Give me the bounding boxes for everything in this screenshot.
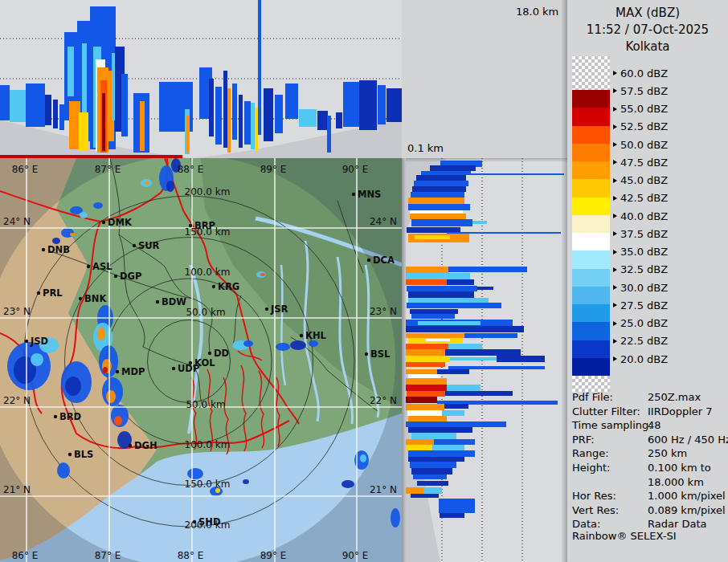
info-value: 250Z.max xyxy=(648,391,701,403)
radar-map-panel[interactable]: 86° E86° E87° E87° E88° E88° E89° E89° E… xyxy=(0,158,402,562)
rain-echo xyxy=(52,238,60,244)
echo-column xyxy=(258,0,261,135)
echo-column xyxy=(359,80,377,130)
echo-column xyxy=(336,112,342,128)
latitude-label: 24° N xyxy=(370,216,397,227)
scale-band xyxy=(572,161,610,179)
echo-row xyxy=(450,173,564,175)
city-label: BRP xyxy=(194,220,215,231)
echo-row xyxy=(406,349,445,356)
scale-label: 37.5 dBZ xyxy=(613,227,668,240)
info-row: Clutter Filter:IIRDoppler 7 xyxy=(572,405,726,417)
ns-cross-section-panel[interactable] xyxy=(406,158,567,562)
city-dot xyxy=(116,370,119,373)
echo-row xyxy=(472,221,487,224)
rain-echo xyxy=(145,181,149,185)
city-label: UDP xyxy=(178,363,199,374)
echo-row xyxy=(432,445,464,450)
echo-column xyxy=(140,101,145,151)
echo-column xyxy=(82,43,87,112)
echo-column xyxy=(232,83,237,140)
latitude-label: 21° N xyxy=(370,484,397,495)
radar-app-window: 86° E86° E87° E87° E88° E88° E89° E89° E… xyxy=(0,0,728,562)
echo-row xyxy=(408,298,489,303)
echo-row xyxy=(447,279,474,285)
rain-echo xyxy=(103,367,108,373)
scale-band xyxy=(572,108,610,125)
ew-cross-section-canvas xyxy=(0,0,402,158)
echo-row xyxy=(408,374,440,378)
echo-column xyxy=(67,47,74,96)
echo-column xyxy=(244,101,251,145)
echo-column xyxy=(102,93,105,151)
longitude-label: 87° E xyxy=(95,550,121,561)
rain-echo xyxy=(166,181,174,192)
info-label: Hor Res: xyxy=(572,490,616,502)
scale-label-text: 22.5 dBZ xyxy=(620,335,668,347)
range-ring-label: 200.0 km xyxy=(185,186,231,198)
scale-band xyxy=(572,269,610,287)
echo-column xyxy=(285,83,298,119)
scale-label-text: 47.5 dBZ xyxy=(620,157,668,169)
echo-row xyxy=(447,232,561,234)
rain-echo xyxy=(360,454,366,462)
ew-cross-section-panel[interactable] xyxy=(0,0,402,158)
echo-row xyxy=(437,369,469,374)
scale-label: 27.5 dBZ xyxy=(613,299,668,312)
scale-band xyxy=(572,233,610,250)
scale-band xyxy=(572,358,610,376)
scale-label-text: 55.0 dBZ xyxy=(620,103,668,115)
scale-label: 45.0 dBZ xyxy=(613,174,668,187)
range-ring-label: 50.0 km xyxy=(186,307,225,318)
city-label: KRG xyxy=(218,281,239,292)
city-label: BNK xyxy=(84,293,107,304)
scale-label-text: 45.0 dBZ xyxy=(620,174,668,186)
info-label: PRF: xyxy=(572,434,595,446)
echo-row xyxy=(406,344,448,349)
scale-label: 57.5 dBZ xyxy=(613,84,668,97)
longitude-label: 87° E xyxy=(95,164,121,175)
scale-band xyxy=(572,376,610,392)
scale-label: 32.5 dBZ xyxy=(613,263,668,276)
scale-tick-arrow-icon xyxy=(613,339,617,344)
scale-label-text: 25.0 dBZ xyxy=(620,317,668,329)
echo-row xyxy=(407,286,477,291)
city-dot xyxy=(265,307,268,311)
latitude-label: 23° N xyxy=(370,306,397,317)
echo-row xyxy=(447,385,481,391)
echo-column xyxy=(59,104,64,130)
scale-label: 30.0 dBZ xyxy=(613,281,668,294)
info-row: Pdf File:250Z.max xyxy=(572,391,726,403)
city-dot xyxy=(133,244,136,247)
echo-column xyxy=(317,111,328,130)
info-value: 600 Hz / 450 Hz xyxy=(648,434,728,446)
echo-row xyxy=(408,198,464,204)
rain-echo xyxy=(114,416,122,426)
echo-column xyxy=(378,85,386,124)
echo-row xyxy=(417,481,448,486)
scale-band xyxy=(572,144,610,161)
echo-row xyxy=(416,175,466,181)
info-row: Vert Res:0.089 km/pixel xyxy=(572,504,726,516)
echo-column xyxy=(121,74,128,136)
echo-row xyxy=(412,186,466,192)
echo-row xyxy=(407,410,442,416)
echo-row xyxy=(445,349,521,356)
scale-label: 25.0 dBZ xyxy=(613,317,668,330)
scale-tick-arrow-icon xyxy=(613,303,617,307)
echo-row xyxy=(426,339,450,341)
echo-row xyxy=(410,210,463,214)
scale-tick-arrow-icon xyxy=(613,267,617,272)
scale-tick-arrow-icon xyxy=(613,88,617,93)
scale-label: 20.0 dBZ xyxy=(613,352,668,365)
rain-echo xyxy=(309,340,318,347)
city-dot xyxy=(352,193,355,196)
echo-row xyxy=(411,192,464,198)
latitude-label: 24° N xyxy=(3,216,31,227)
scale-tick-arrow-icon xyxy=(613,321,617,326)
city-dot xyxy=(300,334,303,337)
info-value: 250 km xyxy=(648,447,687,459)
echo-row xyxy=(406,356,450,362)
info-value: 1.000 km/pixel xyxy=(648,490,726,502)
scale-label: 55.0 dBZ xyxy=(613,103,668,116)
